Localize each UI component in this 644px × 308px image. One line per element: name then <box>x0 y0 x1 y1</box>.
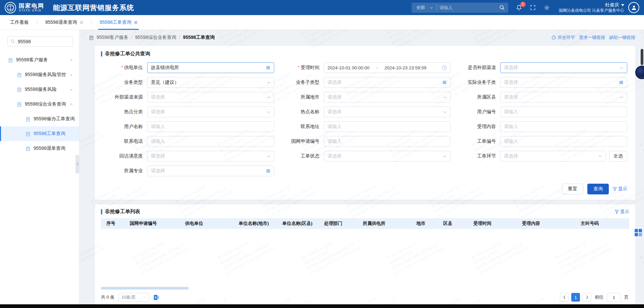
avatar[interactable] <box>628 2 639 13</box>
select-control[interactable]: 请选择 <box>500 92 627 103</box>
funnel-icon <box>613 187 617 191</box>
floating-widget-toggle[interactable] <box>635 229 642 236</box>
document-icon <box>17 72 22 77</box>
user-organization: 国网沁县供电公司 沁县客户服务中心 <box>559 8 624 13</box>
notification-button[interactable]: 1 <box>516 4 522 11</box>
select-control[interactable]: 请选择 <box>147 92 274 103</box>
sidebar-search-input[interactable] <box>7 36 73 47</box>
demand-submit-link[interactable]: 需求一键提报 <box>579 35 605 41</box>
brand-text: 国家电网 STATE GRID <box>19 3 44 12</box>
select-control[interactable]: 故县镇供电所 <box>147 62 274 73</box>
select-control[interactable]: 请选择 <box>500 62 627 73</box>
sidebar-item-ticket-query[interactable]: 95598工单查询 <box>0 126 79 141</box>
section-head: 非抢修工单公共查询 <box>101 51 627 57</box>
text-input[interactable]: 请输入 <box>147 121 274 132</box>
sidebar: 95598客户服务 95598服务风险管控 95598服务风险 95598综合业… <box>0 30 79 304</box>
field-label: *供电单位 <box>101 65 147 71</box>
list-head: 非抢修工单列表 显示 <box>101 208 629 215</box>
text-input[interactable]: 请输入 <box>500 121 627 132</box>
search-icon <box>499 5 505 10</box>
vertical-scrollbar-thumb[interactable] <box>641 49 643 65</box>
reset-button[interactable]: 重置 <box>562 184 583 194</box>
field-label: 国网申请编号 <box>278 138 324 144</box>
clock-icon <box>442 65 447 70</box>
menu-tree: 95598客户服务 95598服务风险管控 95598服务风险 95598综合业… <box>0 53 79 156</box>
select-control[interactable]: 请选择 <box>500 151 606 162</box>
select-control[interactable]: 请选择 <box>147 107 274 117</box>
page-size-select[interactable]: 10条/页 <box>118 293 149 302</box>
select-control[interactable]: 请选择 <box>324 151 451 162</box>
text-input[interactable]: 请输入 <box>324 121 451 132</box>
sidebar-item-composite-query[interactable]: 95598综合业务查询 <box>0 97 79 112</box>
select-all-button[interactable]: 全选 <box>609 151 627 162</box>
form-field: 所属地市请选择 <box>278 90 451 105</box>
column-header: 所属供电所 <box>357 221 411 227</box>
query-button[interactable]: 查询 <box>587 184 609 194</box>
close-icon[interactable] <box>80 21 83 24</box>
field-label: 用户编号 <box>454 109 500 115</box>
form-field: 用户名称请输入 <box>101 119 274 134</box>
text-input[interactable]: 请输入 <box>500 107 627 117</box>
breadcrumb-item[interactable]: 95598客户服务 <box>97 35 128 41</box>
breadcrumb-item[interactable]: 95598综合业务查询 <box>135 35 176 41</box>
chevron-icon <box>443 95 447 99</box>
tab-dashboard[interactable]: 工作看板 <box>9 15 30 30</box>
section-accent-bar <box>101 51 102 57</box>
tab-return-query[interactable]: 95598退单查询 <box>44 15 84 30</box>
breadcrumb: 95598客户服务 / 95598综合业务查询 / 95598工单查询 <box>89 35 215 41</box>
settings-button[interactable] <box>543 4 550 11</box>
global-search-input[interactable]: 请输入 <box>437 5 496 11</box>
history-clock-icon <box>551 35 556 40</box>
form-field: *供电单位故县镇供电所 <box>101 60 274 75</box>
list-footer: 共 0 条 10条/页 1 前往 页 <box>101 290 629 304</box>
horizontal-scrollbar-thumb[interactable] <box>101 287 189 290</box>
select-control[interactable]: 请选择 <box>147 151 274 162</box>
select-control[interactable]: 请选择 <box>147 166 274 176</box>
sidebar-item-service-risk[interactable]: 95598服务风险 <box>0 82 79 97</box>
text-input[interactable]: 请输入 <box>147 136 274 147</box>
text-input[interactable]: 请输入 <box>500 136 627 147</box>
text-input[interactable]: 请输入 <box>324 136 451 147</box>
prev-page-button[interactable] <box>560 293 569 302</box>
fullscreen-button[interactable] <box>530 4 536 11</box>
next-page-button[interactable] <box>583 293 591 302</box>
goto-label: 前往 <box>595 294 603 300</box>
select-control[interactable]: 意见（建议） <box>147 77 274 88</box>
column-header: 单位名称(地市) <box>233 221 277 227</box>
document-icon <box>89 35 94 40</box>
history-link[interactable]: 历史环节 <box>551 35 575 41</box>
goto-page-input[interactable] <box>607 293 621 302</box>
user-menu[interactable]: 杜俊庆 国网沁县供电公司 沁县客户服务中心 <box>559 2 624 13</box>
field-label: 所属专业 <box>101 168 147 174</box>
daterange-picker[interactable]: 2024-10-01 00:00:00-2024-10-23 23:59:59 <box>324 62 451 73</box>
sidebar-item-risk-control[interactable]: 95598服务风险管控 <box>0 67 79 82</box>
sidebar-collapse-handle[interactable] <box>75 155 79 174</box>
sidebar-item-urge-ticket-query[interactable]: 95598催办工单查询 <box>0 112 79 126</box>
field-label: 实际业务子类 <box>454 79 500 85</box>
search-scope-select[interactable]: 全部 <box>412 5 436 11</box>
chevron-icon <box>443 154 447 158</box>
select-control[interactable]: 请选择 <box>324 77 451 88</box>
field-label: 受理内容 <box>454 124 500 130</box>
sidebar-item-customer-service[interactable]: 95598客户服务 <box>0 53 79 67</box>
show-columns-link[interactable]: 显示 <box>615 209 629 215</box>
sidebar-item-return-query[interactable]: 95598退单查询 <box>0 141 79 156</box>
tab-ticket-query[interactable]: 95598工单查询 <box>98 15 139 30</box>
sidebar-item-label: 95598退单查询 <box>34 145 65 151</box>
chevron-down-icon <box>143 296 146 299</box>
select-control[interactable]: 请选择 <box>500 77 627 88</box>
search-button[interactable] <box>496 5 508 10</box>
defect-submit-link[interactable]: 缺陷一键提报 <box>609 35 635 41</box>
excel-export-icon[interactable] <box>153 294 160 301</box>
chevron-up-icon <box>69 58 73 62</box>
current-page-button[interactable]: 1 <box>571 293 580 302</box>
chevron-down-icon <box>69 73 73 77</box>
chevron-icon <box>443 110 447 114</box>
form-field: 实际业务子类请选择 <box>454 75 627 90</box>
funnel-icon <box>615 210 619 214</box>
show-filter-link[interactable]: 显示 <box>613 186 627 192</box>
select-control[interactable]: 请选择 <box>324 92 451 103</box>
select-control[interactable]: 请选择 <box>324 107 451 117</box>
chevron-icon <box>267 95 271 99</box>
close-icon[interactable] <box>134 21 137 24</box>
